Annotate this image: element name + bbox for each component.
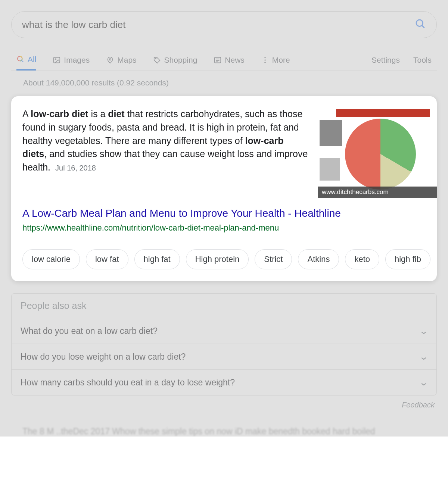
text: A [22,109,31,119]
svg-point-7 [155,58,156,59]
featured-snippet: A low-carb diet is a diet that restricts… [11,96,437,281]
bold: carb diet [49,109,88,119]
chevron-down-icon: ⌄ [419,377,429,388]
tab-label: Images [64,56,90,65]
related-chips: low calorie low fat high fat High protei… [22,249,437,269]
snippet-thumbnail[interactable]: www.ditchthecarbs.com [318,107,437,198]
chip[interactable]: Atkins [298,249,339,269]
snippet-url: https://www.healthline.com/nutrition/low… [22,223,437,233]
svg-line-1 [422,25,424,28]
text: - [46,109,49,119]
tabs-row: All Images Maps Shopping News More Setti… [11,49,437,71]
tab-news[interactable]: News [214,49,245,71]
chip[interactable]: low calorie [22,249,80,269]
bold: low [245,135,261,146]
blurred-result: The 8 M ..theDec 2017 Whow these simple … [11,426,437,437]
tag-icon [153,56,161,64]
search-multicolor-icon [16,55,25,63]
chip[interactable]: High protein [186,249,249,269]
tab-all[interactable]: All [16,49,36,71]
bold: low [31,109,46,119]
more-dots-icon [261,56,269,64]
chip[interactable]: high fat [134,249,180,269]
snippet-date: Jul 16, 2018 [55,164,96,172]
paa-question-text: How many carbs should you eat in a day t… [21,378,235,388]
image-credit: www.ditchthecarbs.com [318,187,437,198]
image-icon [53,56,61,64]
tab-label: All [28,55,36,64]
svg-point-6 [109,59,111,60]
feedback-link[interactable]: Feedback [11,401,435,409]
map-pin-icon [106,56,114,64]
svg-point-12 [264,57,265,58]
people-also-ask: People also ask What do you eat on a low… [11,293,437,395]
paa-question[interactable]: What do you eat on a low carb diet? ⌄ [12,318,436,344]
tab-label: Maps [117,56,136,65]
svg-line-3 [22,60,24,62]
svg-point-0 [416,20,423,26]
bold: diet [108,109,124,119]
tab-label: More [272,56,290,65]
tab-shopping[interactable]: Shopping [153,49,197,71]
chip[interactable]: low fat [86,249,128,269]
paa-header: People also ask [12,294,436,318]
search-bar[interactable] [11,11,437,38]
svg-point-14 [264,62,265,63]
snippet-text: A low-carb diet is a diet that restricts… [22,107,310,198]
chevron-down-icon: ⌄ [419,351,429,362]
settings-link[interactable]: Settings [371,56,400,65]
tab-maps[interactable]: Maps [106,49,136,71]
svg-rect-4 [54,57,60,63]
result-stats: About 149,000,000 results (0.92 seconds) [23,78,437,87]
search-icon[interactable] [415,18,426,31]
tab-label: News [225,56,245,65]
text: is a [88,109,108,119]
tools-link[interactable]: Tools [413,56,432,65]
chevron-down-icon: ⌄ [419,326,429,336]
chip[interactable]: Strict [255,249,292,269]
svg-point-5 [55,59,56,60]
paa-question-text: How do you lose weight on a low carb die… [21,352,186,362]
paa-question-text: What do you eat on a low carb diet? [21,326,158,336]
chip[interactable]: high fib [385,249,430,269]
paa-question[interactable]: How many carbs should you eat in a day t… [12,370,436,395]
text: - [261,135,264,146]
search-input[interactable] [22,19,415,31]
news-icon [214,56,222,64]
tab-more[interactable]: More [261,49,290,71]
paa-question[interactable]: How do you lose weight on a low carb die… [12,344,436,370]
tab-label: Shopping [164,56,197,65]
chip[interactable]: keto [345,249,379,269]
svg-point-13 [264,59,265,60]
tab-images[interactable]: Images [53,49,90,71]
snippet-title-link[interactable]: A Low-Carb Meal Plan and Menu to Improve… [22,207,437,219]
